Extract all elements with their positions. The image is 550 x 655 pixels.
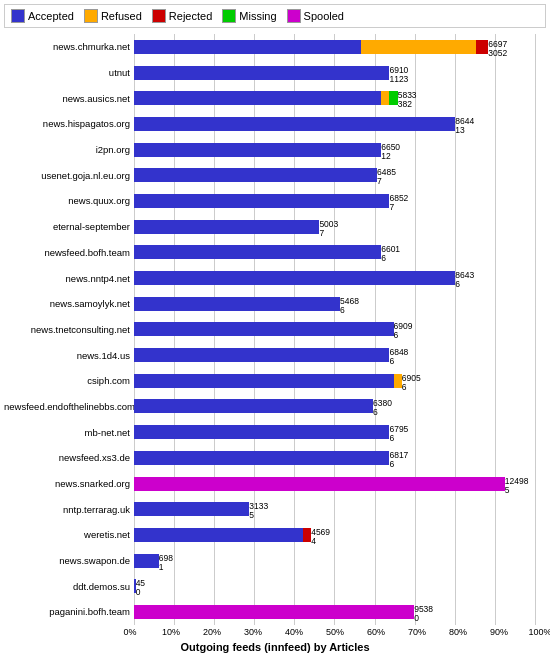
table-row: i2pn.org665012	[4, 141, 546, 159]
rows-container: news.chmurka.net66973052utnut69101123new…	[4, 34, 546, 625]
table-row: ddt.demos.su450	[4, 577, 546, 595]
bar-segment	[134, 322, 394, 336]
legend-spooled-label: Spooled	[304, 10, 344, 22]
bar-area: 864413	[134, 117, 546, 131]
legend-rejected: Rejected	[152, 9, 212, 23]
table-row: news.quux.org68527	[4, 192, 546, 210]
x-tick: 60%	[367, 627, 385, 637]
bar-area: 68176	[134, 451, 546, 465]
bar-area: 63806	[134, 399, 546, 413]
row-label: news.tnetconsulting.net	[4, 324, 134, 335]
legend-refused-label: Refused	[101, 10, 142, 22]
bar-area: 69056	[134, 374, 546, 388]
bar-area: 124985	[134, 477, 546, 491]
bar-value-2: 13	[455, 125, 464, 135]
table-row: utnut69101123	[4, 64, 546, 82]
bar-area: 6981	[134, 554, 546, 568]
bar-value-2: 0	[414, 613, 419, 623]
bar-area: 450	[134, 579, 546, 593]
bar-segment	[134, 66, 389, 80]
legend-refused: Refused	[84, 9, 142, 23]
chart-container: Accepted Refused Rejected Missing Spoole…	[0, 0, 550, 655]
x-tick: 100%	[528, 627, 550, 637]
bar-area: 5833382	[134, 91, 546, 105]
bar-value-2: 6	[389, 356, 394, 366]
row-label: news.nntp4.net	[4, 273, 134, 284]
missing-icon	[222, 9, 236, 23]
bar-value-2: 6	[394, 330, 399, 340]
bar-segment	[134, 425, 389, 439]
bar-area: 45694	[134, 528, 546, 542]
rejected-icon	[152, 9, 166, 23]
bar-value-2: 6	[389, 459, 394, 469]
bar-segment	[389, 91, 397, 105]
table-row: news.hispagatos.org864413	[4, 115, 546, 133]
row-label: newsfeed.bofh.team	[4, 247, 134, 258]
bar-value-2: 6	[381, 253, 386, 263]
table-row: news.nntp4.net86436	[4, 269, 546, 287]
row-label: newsfeed.xs3.de	[4, 452, 134, 463]
bar-segment	[134, 477, 505, 491]
bar-segment	[134, 502, 249, 516]
row-label: ddt.demos.su	[4, 581, 134, 592]
bar-area: 69096	[134, 322, 546, 336]
bar-segment	[134, 143, 381, 157]
bar-area: 665012	[134, 143, 546, 157]
table-row: csiph.com69056	[4, 372, 546, 390]
bar-segment	[303, 528, 311, 542]
row-label: news.samoylyk.net	[4, 298, 134, 309]
bar-segment	[134, 245, 381, 259]
bar-segment	[134, 451, 389, 465]
bar-area: 95380	[134, 605, 546, 619]
x-tick: 40%	[285, 627, 303, 637]
table-row: news.1d4.us68486	[4, 346, 546, 364]
row-label: news.ausics.net	[4, 93, 134, 104]
table-row: newsfeed.endofthelinebbs.com63806	[4, 397, 546, 415]
bar-segment	[134, 399, 373, 413]
table-row: weretis.net45694	[4, 526, 546, 544]
bar-segment	[134, 271, 455, 285]
bar-value-2: 5	[249, 510, 254, 520]
bar-value-2: 4	[311, 536, 316, 546]
row-label: i2pn.org	[4, 144, 134, 155]
bar-value-2: 0	[136, 587, 141, 597]
x-axis: 0%10%20%30%40%50%60%70%80%90%100%	[130, 623, 540, 637]
bar-area: 68527	[134, 194, 546, 208]
bar-area: 69101123	[134, 66, 546, 80]
bar-area: 31335	[134, 502, 546, 516]
legend-accepted-label: Accepted	[28, 10, 74, 22]
bar-segment	[361, 40, 476, 54]
bar-segment	[394, 374, 402, 388]
table-row: mb-net.net67956	[4, 423, 546, 441]
bar-segment	[134, 605, 414, 619]
bar-value-2: 1	[159, 562, 164, 572]
x-tick: 10%	[162, 627, 180, 637]
x-tick: 50%	[326, 627, 344, 637]
bar-value-2: 6	[373, 407, 378, 417]
refused-icon	[84, 9, 98, 23]
bar-value-2: 3052	[488, 48, 507, 58]
row-label: weretis.net	[4, 529, 134, 540]
bar-value-2: 7	[377, 176, 382, 186]
bar-segment	[134, 194, 389, 208]
bar-segment	[476, 40, 488, 54]
row-label: utnut	[4, 67, 134, 78]
table-row: news.snarked.org124985	[4, 475, 546, 493]
bar-value-2: 6	[389, 433, 394, 443]
bar-value-2: 6	[402, 382, 407, 392]
x-tick: 90%	[490, 627, 508, 637]
table-row: news.ausics.net5833382	[4, 89, 546, 107]
table-row: news.chmurka.net66973052	[4, 38, 546, 56]
bar-value-2: 7	[319, 228, 324, 238]
chart-area: news.chmurka.net66973052utnut69101123new…	[0, 32, 550, 655]
bar-segment	[381, 91, 389, 105]
bar-area: 64857	[134, 168, 546, 182]
bar-area: 66973052	[134, 40, 546, 54]
bar-area: 66016	[134, 245, 546, 259]
table-row: paganini.bofh.team95380	[4, 603, 546, 621]
bar-value-2: 382	[398, 99, 412, 109]
bar-value-2: 6	[340, 305, 345, 315]
legend-missing: Missing	[222, 9, 276, 23]
row-label: nntp.terrarag.uk	[4, 504, 134, 515]
x-axis-title: Outgoing feeds (innfeed) by Articles	[0, 641, 550, 653]
